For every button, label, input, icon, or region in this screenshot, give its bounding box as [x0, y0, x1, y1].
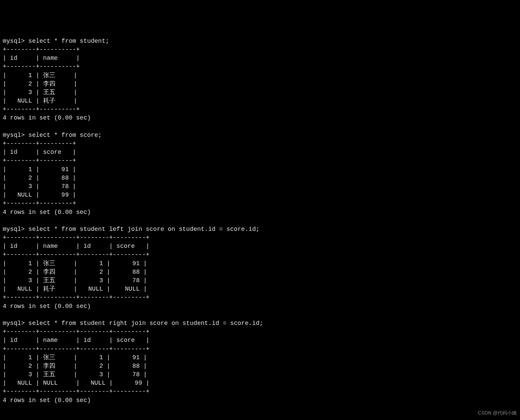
- mysql-terminal-output: mysql> select * from student; +--------+…: [3, 37, 517, 405]
- watermark: CSDN @代码小娥: [478, 410, 517, 417]
